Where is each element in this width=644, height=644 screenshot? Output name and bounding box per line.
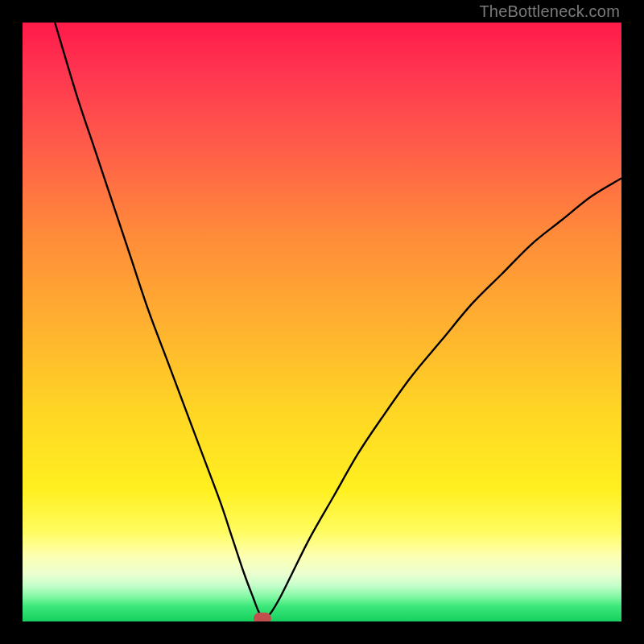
watermark-text: TheBottleneck.com xyxy=(479,2,620,21)
bottleneck-curve-path xyxy=(23,23,621,618)
bottleneck-curve-svg xyxy=(23,23,621,621)
plot-area xyxy=(23,23,621,621)
chart-frame: TheBottleneck.com xyxy=(0,0,644,644)
optimal-point-marker xyxy=(254,613,271,621)
